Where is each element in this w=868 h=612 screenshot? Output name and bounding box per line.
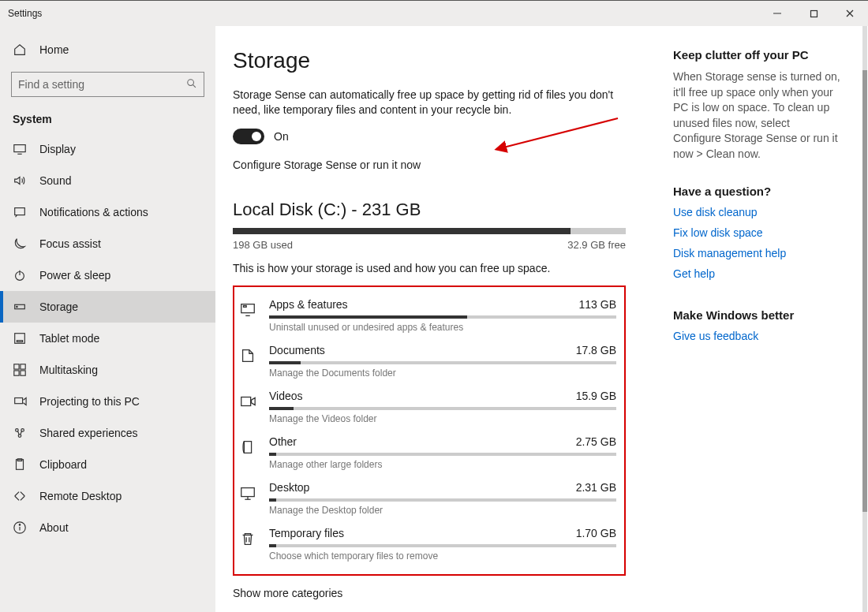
notifications-icon — [13, 205, 27, 219]
link-low-disk[interactable]: Fix low disk space — [673, 226, 840, 239]
minimize-button[interactable] — [759, 1, 795, 26]
nav-home[interactable]: Home — [0, 34, 215, 65]
svg-rect-17 — [14, 371, 19, 375]
svg-line-5 — [193, 84, 196, 88]
category-bar — [269, 498, 616, 502]
category-icon — [238, 437, 258, 457]
svg-rect-8 — [15, 208, 25, 215]
category-size: 17.8 GB — [576, 344, 616, 356]
nav-power[interactable]: Power & sleep — [0, 259, 215, 291]
svg-rect-6 — [14, 145, 25, 152]
close-button[interactable] — [832, 1, 868, 26]
window-title: Settings — [8, 8, 42, 19]
configure-link[interactable]: Configure Storage Sense or run it now — [233, 159, 626, 171]
category-name: Other — [269, 435, 297, 448]
category-hint: Manage the Videos folder — [269, 413, 616, 424]
category-row[interactable]: Other2.75 GBManage other large folders — [238, 431, 616, 476]
home-icon — [13, 43, 27, 57]
svg-point-22 — [18, 435, 21, 438]
toggle-label: On — [274, 130, 289, 143]
category-row[interactable]: Videos15.9 GBManage the Videos folder — [238, 385, 616, 431]
category-icon — [238, 300, 258, 320]
svg-rect-32 — [241, 397, 251, 405]
right-heading-2: Have a question? — [673, 185, 840, 198]
page-title: Storage — [233, 48, 626, 73]
nav-label: Power & sleep — [39, 269, 110, 282]
multitasking-icon — [13, 363, 27, 377]
svg-rect-15 — [14, 364, 19, 369]
link-feedback[interactable]: Give us feedback — [673, 330, 840, 342]
nav-label: Remote Desktop — [39, 490, 122, 502]
category-row[interactable]: Temporary files1.70 GBChoose which tempo… — [238, 522, 616, 568]
category-icon — [238, 528, 258, 549]
storage-sense-desc: Storage Sense can automatically free up … — [233, 88, 626, 118]
svg-rect-14 — [17, 341, 22, 342]
storage-sense-toggle[interactable] — [233, 129, 264, 144]
link-disk-cleanup[interactable]: Use disk cleanup — [673, 206, 840, 218]
category-name: Videos — [269, 390, 303, 402]
svg-rect-33 — [241, 487, 255, 496]
nav-label: Storage — [39, 300, 78, 313]
category-bar — [269, 544, 616, 547]
category-size: 15.9 GB — [576, 390, 616, 402]
category-row[interactable]: Apps & features113 GBUninstall unused or… — [238, 293, 616, 339]
nav-tablet[interactable]: Tablet mode — [0, 323, 215, 354]
show-more-link[interactable]: Show more categories — [233, 576, 626, 612]
storage-icon — [13, 300, 27, 314]
nav-projecting[interactable]: Projecting to this PC — [0, 386, 215, 417]
nav-about[interactable]: About — [0, 512, 215, 543]
main-content: Storage Storage Sense can automatically … — [215, 26, 673, 612]
tablet-icon — [13, 331, 27, 345]
nav-shared-exp[interactable]: Shared experiences — [0, 417, 215, 449]
nav-display[interactable]: Display — [0, 133, 215, 165]
disk-usage-bar — [233, 228, 626, 234]
window-buttons — [759, 1, 868, 26]
nav-label: Notifications & actions — [39, 206, 148, 218]
scrollbar[interactable] — [862, 26, 867, 612]
right-heading-3: Make Windows better — [673, 308, 840, 322]
nav-label: Tablet mode — [39, 332, 99, 345]
category-icon — [238, 391, 258, 412]
category-name: Desktop — [269, 481, 309, 494]
svg-point-12 — [17, 306, 17, 307]
right-panel: Keep clutter off your PC When Storage se… — [673, 26, 862, 612]
sidebar: Home System Display Sound Notifications … — [0, 26, 215, 612]
link-disk-mgmt[interactable]: Disk management help — [673, 247, 840, 259]
nav-storage[interactable]: Storage — [0, 291, 215, 323]
nav-label: Sound — [39, 174, 71, 187]
maximize-button[interactable] — [795, 1, 832, 26]
category-name: Temporary files — [269, 527, 344, 539]
nav-focus-assist[interactable]: Focus assist — [0, 228, 215, 259]
search-input[interactable] — [18, 78, 186, 91]
category-row[interactable]: Desktop2.31 GBManage the Desktop folder — [238, 476, 616, 522]
nav-label: Clipboard — [39, 458, 87, 471]
disk-usage-row: 198 GB used 32.9 GB free — [233, 239, 626, 251]
category-row[interactable]: Documents17.8 GBManage the Documents fol… — [238, 339, 616, 385]
nav-clipboard[interactable]: Clipboard — [0, 449, 215, 480]
link-get-help[interactable]: Get help — [673, 267, 840, 280]
nav-label: Multitasking — [39, 364, 98, 376]
remote-icon — [13, 489, 27, 503]
search-icon — [186, 78, 197, 91]
category-size: 2.75 GB — [576, 435, 616, 448]
category-name: Documents — [269, 344, 325, 356]
nav-notifications[interactable]: Notifications & actions — [0, 196, 215, 228]
category-bar — [269, 315, 616, 319]
nav-label: Projecting to this PC — [39, 395, 140, 408]
projecting-icon — [13, 394, 27, 409]
nav-sound[interactable]: Sound — [0, 165, 215, 196]
clipboard-icon — [13, 457, 27, 472]
svg-point-27 — [19, 524, 20, 525]
section-title: System — [0, 108, 215, 133]
shared-icon — [13, 426, 27, 440]
svg-rect-18 — [21, 371, 25, 375]
nav-remote-desktop[interactable]: Remote Desktop — [0, 480, 215, 512]
svg-rect-1 — [810, 10, 817, 17]
category-size: 2.31 GB — [576, 481, 616, 494]
nav-label: About — [39, 521, 69, 534]
category-bar — [269, 407, 616, 410]
search-box[interactable] — [11, 72, 204, 97]
nav-multitasking[interactable]: Multitasking — [0, 354, 215, 386]
category-icon — [238, 483, 258, 503]
disk-title: Local Disk (C:) - 231 GB — [233, 200, 626, 220]
